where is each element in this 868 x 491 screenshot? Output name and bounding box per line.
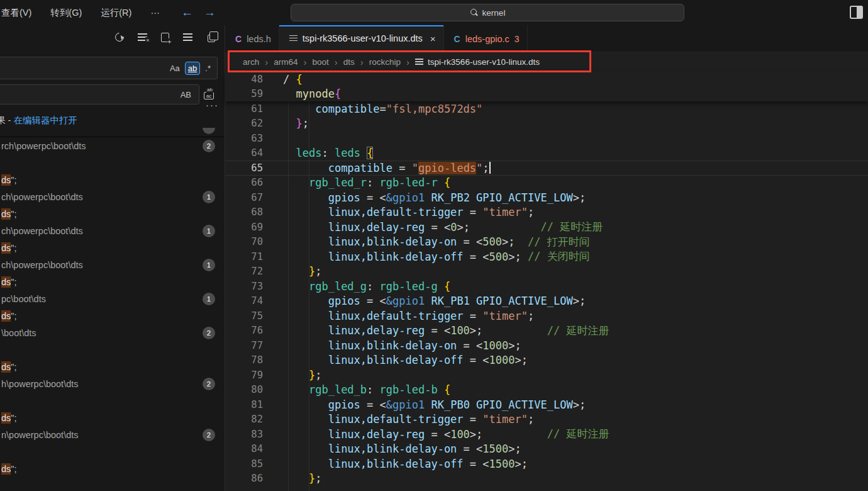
code-line-76[interactable]: 76 linux,delay-reg = <100>; // 延时注册 — [225, 324, 868, 339]
code-line-72[interactable]: 72 }; — [225, 264, 868, 279]
code-line-63[interactable]: 63 — [225, 131, 868, 146]
result-match-row[interactable]: ds"; — [0, 460, 225, 477]
toggle-panel-icon[interactable] — [850, 6, 863, 19]
code-line-86[interactable]: 86 }; — [225, 471, 868, 487]
menu-item[interactable]: 转到(G) — [50, 7, 82, 19]
tab-leds.h[interactable]: Cleds.h — [225, 25, 279, 52]
code-token — [283, 251, 328, 263]
menu-item[interactable]: 查看(V) — [1, 7, 31, 19]
breadcrumb-segment[interactable]: rockchip — [369, 57, 401, 67]
result-match-row[interactable]: ds"; — [0, 358, 225, 375]
code-line-78[interactable]: 78 linux,blink-delay-off = <1000>; — [225, 353, 868, 368]
result-match-row[interactable]: ds"; — [0, 239, 225, 256]
code-token: linux,blink-delay-on — [328, 235, 457, 248]
code-line-82[interactable]: 82 linux,default-trigger = "timer"; — [225, 412, 868, 427]
breadcrumb-segment[interactable]: boot — [313, 57, 329, 67]
code-line-74[interactable]: 74 gpios = <&gpio1 RK_PB1 GPIO_ACTIVE_LO… — [225, 294, 868, 309]
line-number: 84 — [225, 443, 283, 454]
refresh-icon[interactable] — [113, 30, 126, 44]
code-editor[interactable]: 48/ {59 mynode{ 61 compatible="fsl,mpc85… — [225, 72, 868, 491]
result-file-row[interactable]: rch\powerpc\boot\dts2 — [0, 137, 225, 154]
close-icon[interactable]: × — [430, 33, 436, 44]
result-file-row[interactable]: ch\powerpc\boot\dts1 — [0, 222, 225, 239]
replace-input[interactable]: AB — [0, 84, 199, 104]
code-token: = — [464, 413, 483, 426]
result-file-path: pc\boot\dts — [0, 294, 46, 304]
code-line-62[interactable]: 62 }; — [225, 116, 868, 132]
code-line-61[interactable]: 61 compatible="fsl,mpc8572ds" — [225, 101, 868, 116]
code-token: "timer" — [482, 413, 528, 426]
vscode-window: 查看(V)转到(G)运行(R)··· ← → kernel × Aa ab .*… — [0, 0, 868, 491]
open-in-editor-link[interactable]: 在编辑器中打开 — [13, 115, 77, 125]
match-case-icon[interactable]: Aa — [167, 62, 182, 74]
back-arrow-icon[interactable]: ← — [181, 0, 193, 25]
clear-results-icon[interactable]: × — [135, 30, 149, 44]
breadcrumb-segment[interactable]: arm64 — [274, 57, 298, 67]
code-line-81[interactable]: 81 gpios = <&gpio1 RK_PB0 GPIO_ACTIVE_LO… — [225, 397, 868, 412]
code-line-77[interactable]: 77 linux,blink-delay-on = <1000>; — [225, 338, 868, 353]
menu-item[interactable]: 运行(R) — [101, 7, 131, 19]
result-file-row[interactable]: ch\powerpc\boot\dts1 — [0, 256, 225, 273]
code-token: >; — [508, 339, 521, 352]
code-line-67[interactable]: 67 gpios = <&gpio1 RK_PB2 GPIO_ACTIVE_LO… — [225, 190, 868, 205]
breadcrumb-file[interactable]: tspi-rk3566-user-v10-linux.dts — [428, 57, 540, 67]
code-token: 1500 — [489, 458, 515, 470]
code-line-70[interactable]: 70 linux,blink-delay-on = <500>; // 打开时间 — [225, 235, 868, 250]
line-number: 79 — [225, 370, 283, 381]
result-file-row[interactable]: pc\boot\dts1 — [0, 290, 225, 307]
code-token: { — [335, 87, 341, 100]
result-file-row[interactable]: n\powerpc\boot\dts2 — [0, 426, 225, 443]
code-line-48[interactable]: 48/ { — [225, 72, 868, 87]
code-line-65[interactable]: 65 compatible = "gpio-leds"; — [225, 161, 868, 176]
code-token: { — [444, 280, 450, 293]
search-query-input[interactable]: Aa ab .* — [0, 57, 218, 79]
code-token: mynode — [296, 87, 334, 100]
result-match-row[interactable]: ds"; — [0, 205, 225, 222]
result-match-row[interactable]: ds"; — [0, 273, 225, 290]
result-match-text: ds"; — [0, 413, 17, 423]
line-content: }; — [283, 116, 868, 132]
tab-leds-gpio.c[interactable]: Cleds-gpio.c3 — [444, 25, 528, 52]
tab-tspi-rk3566-user-v10-linux.dts[interactable]: tspi-rk3566-user-v10-linux.dts× — [279, 25, 444, 52]
result-file-row[interactable]: h\powerpc\boot\dts2 — [0, 375, 225, 392]
preserve-case-icon[interactable]: AB — [178, 89, 194, 101]
regex-icon[interactable]: .* — [203, 62, 213, 74]
code-line-59[interactable]: 59 mynode{ — [225, 87, 868, 102]
code-line-75[interactable]: 75 linux,default-trigger = "timer"; — [225, 308, 868, 324]
toggle-search-details-icon[interactable]: ··· — [206, 99, 219, 110]
new-search-editor-icon[interactable] — [158, 30, 172, 44]
collapse-all-icon[interactable] — [203, 30, 217, 44]
line-content: }; — [283, 471, 868, 487]
result-file-row[interactable]: ch\powerpc\boot\dts1 — [0, 188, 225, 205]
result-match-row[interactable]: ds"; — [0, 409, 225, 426]
code-line-73[interactable]: 73 rgb_led_g: rgb-led-g { — [225, 279, 868, 294]
code-line-84[interactable]: 84 linux,blink-delay-on = <1500>; — [225, 442, 868, 457]
search-input[interactable]: kernel — [291, 4, 684, 21]
code-line-71[interactable]: 71 linux,blink-delay-off = <500>; // 关闭时… — [225, 249, 868, 264]
line-number: 70 — [225, 236, 283, 247]
menu-item[interactable]: ··· — [150, 8, 160, 18]
result-match-row-empty — [0, 392, 225, 409]
expand-all-icon[interactable] — [181, 30, 194, 44]
breadcrumb-segment[interactable]: arch — [243, 57, 259, 67]
breadcrumb-segment[interactable]: dts — [343, 57, 355, 67]
code-line-64[interactable]: 64 leds: leds { — [225, 146, 868, 161]
result-match-row[interactable]: ds"; — [0, 307, 225, 324]
code-token: rgb-led-g — [380, 280, 438, 293]
line-number: 68 — [225, 206, 283, 218]
forward-arrow-icon[interactable]: → — [204, 0, 216, 25]
result-match-row[interactable]: ds"; — [0, 171, 225, 188]
code-token: leds — [296, 147, 321, 159]
code-line-79[interactable]: 79 }; — [225, 368, 868, 383]
code-line-80[interactable]: 80 rgb_led_b: rgb-led-b { — [225, 383, 868, 398]
line-content: linux,default-trigger = "timer"; — [283, 308, 868, 324]
code-token: // 打开时间 — [515, 235, 590, 249]
whole-word-icon[interactable]: ab — [185, 62, 200, 75]
code-line-66[interactable]: 66 rgb_led_r: rgb-led-r { — [225, 176, 868, 191]
code-line-68[interactable]: 68 linux,default-trigger = "timer"; — [225, 205, 868, 220]
code-line-83[interactable]: 83 linux,delay-reg = <100>; // 延时注册 — [225, 427, 868, 442]
result-file-row[interactable]: \boot\dts2 — [0, 324, 225, 341]
code-line-69[interactable]: 69 linux,delay-reg = <0>; // 延时注册 — [225, 220, 868, 235]
code-token — [438, 280, 444, 293]
code-line-85[interactable]: 85 linux,blink-delay-off = <1500>; — [225, 456, 868, 471]
